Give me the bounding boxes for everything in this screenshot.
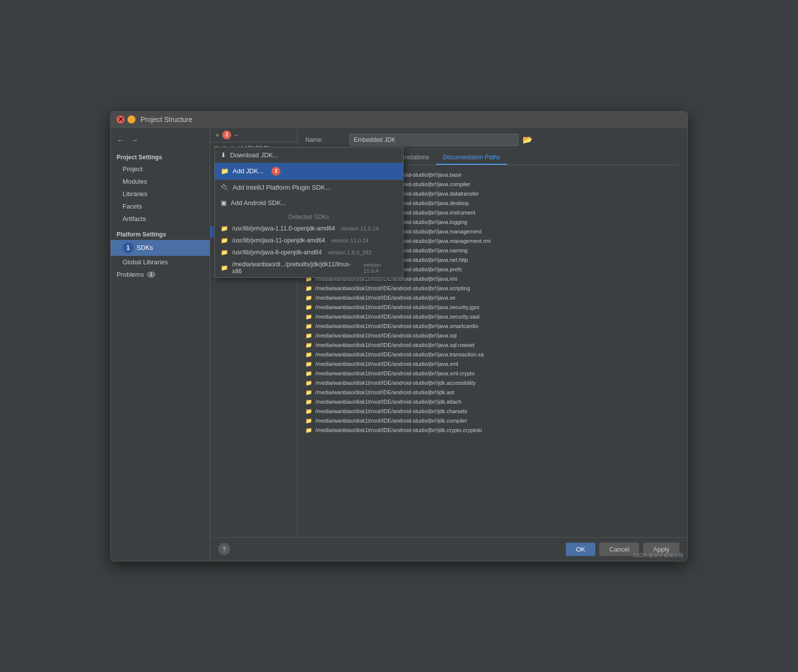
path-item: 📁/media/wanbiao/disk1t/root/IDE/android-… xyxy=(305,416,679,426)
detected-sdk-3[interactable]: 📁 /media/wanbiao/di.../prebuilts/jdk/jdk… xyxy=(215,258,403,277)
sidebar-item-sdks[interactable]: 1 SDKs xyxy=(111,240,210,256)
path-item: 📁/media/wanbiao/disk1t/root/IDE/android-… xyxy=(305,331,679,340)
sdk-toolbar: + 2 − xyxy=(210,128,297,142)
android-sdk-icon: ▣ xyxy=(221,199,227,207)
browse-button[interactable]: 📂 xyxy=(523,135,532,144)
problems-row[interactable]: Problems 1 xyxy=(111,268,210,281)
titlebar: ✕ Project Structure xyxy=(111,112,687,128)
dropdown-download-jdk[interactable]: ⬇ Download JDK... xyxy=(215,147,403,163)
path-folder-icon: 📁 xyxy=(305,295,312,301)
problems-badge: 1 xyxy=(147,271,156,278)
path-folder-icon: 📁 xyxy=(305,333,312,339)
path-folder-icon: 📁 xyxy=(305,370,312,377)
path-item: 📁/media/wanbiao/disk1t/root/IDE/android-… xyxy=(305,397,679,407)
path-item: 📁/media/wanbiao/disk1t/root/IDE/android-… xyxy=(305,407,679,416)
path-folder-icon: 📁 xyxy=(305,323,312,330)
sidebar-item-libraries[interactable]: Libraries xyxy=(111,188,210,200)
dropdown-menu: ⬇ Download JDK... 📁 Add JDK... 3 🔌 Add I… xyxy=(214,147,403,278)
path-item: 📁/media/wanbiao/disk1t/root/IDE/android-… xyxy=(305,322,679,331)
project-structure-window: ✕ Project Structure ← → Project Settings… xyxy=(110,111,688,561)
path-item: 📁/media/wanbiao/disk1t/root/IDE/android-… xyxy=(305,284,679,293)
name-input[interactable] xyxy=(349,134,519,146)
sidebar-item-modules[interactable]: Modules xyxy=(111,175,210,188)
add-jdk-badge: 3 xyxy=(271,167,280,176)
window-title: Project Structure xyxy=(140,115,192,123)
path-folder-icon: 📁 xyxy=(305,408,312,415)
path-item: 📁/media/wanbiao/disk1t/root/IDE/android-… xyxy=(305,378,679,388)
name-label: Name: xyxy=(305,136,345,143)
sidebar-item-facets[interactable]: Facets xyxy=(111,200,210,213)
name-row: Name: 📂 xyxy=(305,134,679,146)
sidebar-item-artifacts[interactable]: Artifacts xyxy=(111,213,210,225)
path-item: 📁/media/wanbiao/disk1t/root/IDE/android-… xyxy=(305,293,679,303)
remove-sdk-button[interactable]: − xyxy=(232,130,240,140)
path-folder-icon: 📁 xyxy=(305,380,312,386)
dropdown-add-intellij-sdk[interactable]: 🔌 Add IntelliJ Platform Plugin SDK... xyxy=(215,180,403,195)
sdk-folder-icon: 📁 xyxy=(221,225,228,232)
nav-back-fwd: ← → xyxy=(111,133,210,151)
path-item: 📁/media/wanbiao/disk1t/root/IDE/android-… xyxy=(305,388,679,397)
add-sdk-button[interactable]: + xyxy=(213,130,221,140)
content-area: ← → Project Settings Project Modules Lib… xyxy=(111,128,687,561)
path-item: 📁/media/wanbiao/disk1t/root/IDE/android-… xyxy=(305,426,679,435)
main-area: + 2 − ▣ Android API 28 Pla... ▣ Android … xyxy=(210,128,687,561)
path-item: 📁/media/wanbiao/disk1t/root/IDE/android-… xyxy=(305,303,679,312)
sdk-folder-icon: 📁 xyxy=(221,249,228,256)
detected-sdks-label: Detected SDKs xyxy=(215,211,403,223)
path-item: 📁/media/wanbiao/disk1t/root/IDE/android-… xyxy=(305,359,679,369)
tab-documentation[interactable]: Documentation Paths xyxy=(436,151,507,165)
path-folder-icon: 📁 xyxy=(305,418,312,424)
sdk-folder-icon: 📁 xyxy=(221,237,228,244)
window-controls: ✕ xyxy=(117,115,135,123)
add-badge: 2 xyxy=(222,130,231,139)
sidebar: ← → Project Settings Project Modules Lib… xyxy=(111,128,210,561)
sdk-folder-icon: 📁 xyxy=(221,264,228,271)
detected-sdk-0[interactable]: 📁 /usr/lib/jvm/java-1.11.0-openjdk-amd64… xyxy=(215,223,403,234)
back-button[interactable]: ← xyxy=(115,135,127,146)
close-button[interactable]: ✕ xyxy=(117,115,125,123)
sdks-badge: 1 xyxy=(123,242,133,253)
forward-button[interactable]: → xyxy=(129,135,140,146)
detected-sdk-2[interactable]: 📁 /usr/lib/jvm/java-8-openjdk-amd64 vers… xyxy=(215,246,403,258)
project-settings-header: Project Settings xyxy=(111,151,210,163)
dropdown-add-android-sdk[interactable]: ▣ Add Android SDK... xyxy=(215,195,403,211)
sidebar-item-global-libraries[interactable]: Global Libraries xyxy=(111,256,210,268)
path-item: 📁/media/wanbiao/disk1t/root/IDE/android-… xyxy=(305,350,679,359)
detected-sdk-1[interactable]: 📁 /usr/lib/jvm/java-11-openjdk-amd64 ver… xyxy=(215,234,403,246)
path-folder-icon: 📁 xyxy=(305,314,312,320)
download-icon: ⬇ xyxy=(221,151,226,159)
watermark: CSDN @安仔都有人用 xyxy=(633,552,683,559)
path-folder-icon: 📁 xyxy=(305,342,312,348)
help-button[interactable]: ? xyxy=(218,543,230,555)
path-item: 📁/media/wanbiao/disk1t/root/IDE/android-… xyxy=(305,340,679,350)
path-folder-icon: 📁 xyxy=(305,361,312,367)
path-folder-icon: 📁 xyxy=(305,351,312,358)
path-item: 📁/media/wanbiao/disk1t/root/IDE/android-… xyxy=(305,312,679,322)
problems-label: Problems xyxy=(117,271,144,278)
path-folder-icon: 📁 xyxy=(305,285,312,292)
ok-button[interactable]: OK xyxy=(566,543,595,556)
path-folder-icon: 📁 xyxy=(305,427,312,434)
path-folder-icon: 📁 xyxy=(305,399,312,405)
footer: ? OK Cancel Apply xyxy=(210,537,687,561)
sidebar-item-project[interactable]: Project xyxy=(111,163,210,175)
platform-settings-header: Platform Settings xyxy=(111,225,210,240)
minimize-button[interactable] xyxy=(128,115,135,123)
intellij-icon: 🔌 xyxy=(221,184,229,191)
path-item: 📁/media/wanbiao/disk1t/root/IDE/android-… xyxy=(305,369,679,378)
path-folder-icon: 📁 xyxy=(305,389,312,396)
add-jdk-icon: 📁 xyxy=(221,167,229,175)
path-folder-icon: 📁 xyxy=(305,304,312,311)
dropdown-add-jdk[interactable]: 📁 Add JDK... 3 xyxy=(215,163,403,180)
